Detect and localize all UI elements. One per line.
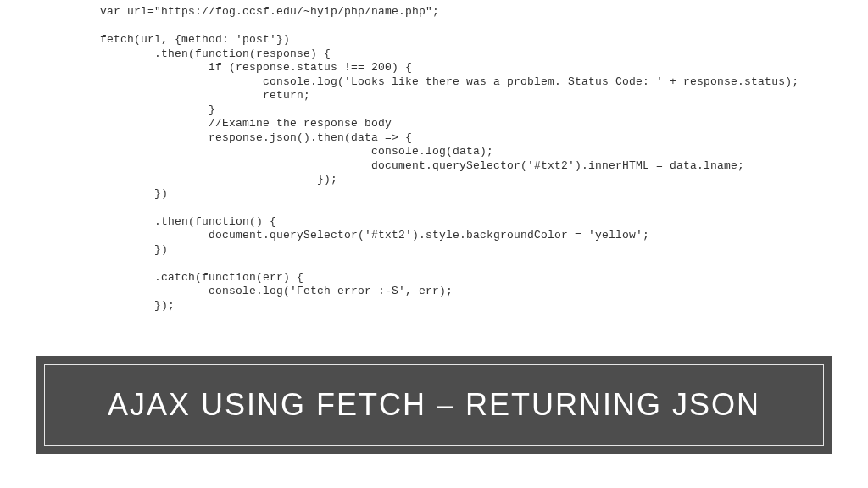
code-block: var url="https://fog.ccsf.edu/~hyip/php/… <box>100 5 829 313</box>
title-banner: AJAX USING FETCH – RETURNING JSON <box>36 356 832 454</box>
title-inner-border: AJAX USING FETCH – RETURNING JSON <box>44 364 824 446</box>
slide: var url="https://fog.ccsf.edu/~hyip/php/… <box>0 0 868 488</box>
slide-title: AJAX USING FETCH – RETURNING JSON <box>108 387 760 423</box>
